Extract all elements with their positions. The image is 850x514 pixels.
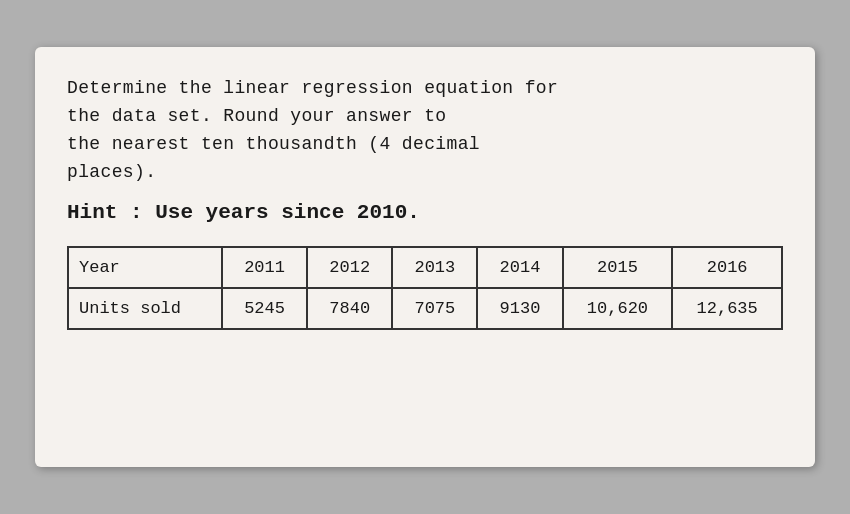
units-sold-label: Units sold (68, 288, 222, 329)
problem-line4: places). (67, 162, 156, 182)
units-2014: 9130 (477, 288, 562, 329)
units-2015: 10,620 (563, 288, 673, 329)
problem-line2: the data set. Round your answer to (67, 106, 447, 126)
year-2012-header: 2012 (307, 247, 392, 288)
year-2015-header: 2015 (563, 247, 673, 288)
units-2013: 7075 (392, 288, 477, 329)
table-header-row: Year 2011 2012 2013 2014 2015 2016 (68, 247, 782, 288)
year-2016-header: 2016 (672, 247, 782, 288)
year-header: Year (68, 247, 222, 288)
year-2011-header: 2011 (222, 247, 307, 288)
table-data-row: Units sold 5245 7840 7075 9130 10,620 12… (68, 288, 782, 329)
problem-line3: the nearest ten thousandth (4 decimal (67, 134, 480, 154)
problem-card: Determine the linear regression equation… (35, 47, 815, 467)
units-2011: 5245 (222, 288, 307, 329)
units-2016: 12,635 (672, 288, 782, 329)
year-2014-header: 2014 (477, 247, 562, 288)
hint-text: Hint : Use years since 2010. (67, 197, 783, 229)
problem-statement: Determine the linear regression equation… (67, 75, 783, 187)
data-table: Year 2011 2012 2013 2014 2015 2016 Units… (67, 246, 783, 330)
problem-line1: Determine the linear regression equation… (67, 78, 558, 98)
units-2012: 7840 (307, 288, 392, 329)
year-2013-header: 2013 (392, 247, 477, 288)
